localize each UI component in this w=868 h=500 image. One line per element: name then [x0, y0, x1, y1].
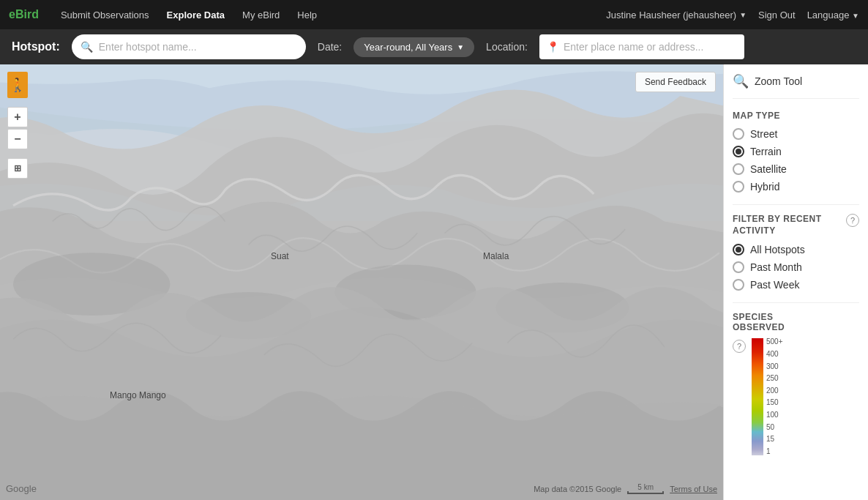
zoom-tool-icon: 🔍	[733, 73, 749, 89]
scale-bar: 5 km	[627, 483, 664, 494]
filter-all-hotspots-label: All Hotspots	[750, 244, 805, 255]
nav-help[interactable]: Help	[288, 0, 326, 29]
ebird-logo[interactable]: eBird	[9, 8, 39, 21]
color-scale: 500+ 400 300 250 200 150 100 50 15 1	[752, 338, 783, 455]
species-color-bar	[752, 338, 763, 455]
map-type-terrain-radio[interactable]	[733, 146, 744, 157]
species-section: SPECIES OBSERVED ?	[733, 312, 859, 455]
search-icon: 🔍	[81, 41, 93, 53]
terms-of-use[interactable]: Terms of Use	[670, 485, 717, 493]
date-dropdown-arrow: ▼	[457, 43, 464, 51]
species-content: ?	[733, 338, 859, 455]
send-feedback-button[interactable]: Send Feedback	[635, 72, 716, 92]
location-input-wrap: 📍	[539, 34, 744, 59]
map-type-hybrid-label: Hybrid	[750, 181, 779, 193]
search-bar: Hotspot: 🔍 Date: Year-round, All Years ▼…	[0, 29, 868, 64]
filter-title: FILTER BY RECENT ACTIVITY	[733, 214, 822, 236]
user-dropdown-arrow: ▼	[739, 11, 747, 19]
map-type-satellite-option[interactable]: Satellite	[733, 163, 859, 175]
scale-label-50: 50	[766, 424, 783, 431]
species-help-button[interactable]: ?	[733, 340, 746, 353]
nav-submit-observations[interactable]: Submit Observations	[52, 0, 158, 29]
scale-label-400: 400	[766, 351, 783, 358]
google-watermark: Google	[6, 483, 37, 494]
location-pin-icon: 📍	[547, 41, 559, 53]
map-type-street-label: Street	[750, 128, 777, 140]
sign-out-link[interactable]: Sign Out	[758, 10, 796, 20]
right-panel: 🔍 Zoom Tool MAP TYPE Street Terrain Sate…	[723, 64, 868, 500]
nav-my-ebird[interactable]: My eBird	[233, 0, 288, 29]
scale-label-1: 1	[766, 448, 783, 455]
filter-past-month-option[interactable]: Past Month	[733, 261, 859, 273]
scale-label-300: 300	[766, 363, 783, 370]
scale-label-15: 15	[766, 436, 783, 443]
filter-help-button[interactable]: ?	[846, 214, 859, 227]
scale-label-500: 500+	[766, 338, 783, 346]
overview-map-button[interactable]: ⊞	[7, 158, 28, 179]
map-area[interactable]: 🚶 + − ⊞ Send Feedback Suat Malala Mango …	[0, 64, 723, 500]
filter-section: FILTER BY RECENT ACTIVITY ? All Hotspots…	[733, 214, 859, 291]
map-footer: Map data ©2015 Google 5 km Terms of Use	[534, 483, 717, 494]
map-type-terrain-label: Terrain	[750, 146, 782, 157]
scale-label-250: 250	[766, 375, 783, 382]
scale-label-150: 150	[766, 399, 783, 406]
map-type-street-radio[interactable]	[733, 128, 744, 140]
date-select-button[interactable]: Year-round, All Years ▼	[353, 37, 474, 57]
map-type-hybrid-option[interactable]: Hybrid	[733, 181, 859, 193]
map-type-street-option[interactable]: Street	[733, 128, 859, 140]
location-input[interactable]	[564, 41, 732, 53]
zoom-tool-label[interactable]: Zoom Tool	[755, 75, 802, 87]
scale-labels: 500+ 400 300 250 200 150 100 50 15 1	[766, 338, 783, 455]
zoom-tool-section: 🔍 Zoom Tool	[733, 73, 859, 99]
main-content: 🚶 + − ⊞ Send Feedback Suat Malala Mango …	[0, 64, 868, 500]
filter-past-week-label: Past Week	[750, 279, 799, 291]
nav-explore-data[interactable]: Explore Data	[158, 0, 233, 29]
map-type-satellite-radio[interactable]	[733, 163, 744, 175]
map-controls-left: 🚶 + − ⊞	[7, 72, 28, 179]
map-type-section: MAP TYPE Street Terrain Satellite Hybrid	[733, 111, 859, 193]
map-type-terrain-option[interactable]: Terrain	[733, 146, 859, 157]
location-label: Location:	[486, 41, 528, 53]
filter-past-week-option[interactable]: Past Week	[733, 279, 859, 291]
zoom-out-button[interactable]: −	[7, 129, 28, 149]
language-arrow: ▼	[852, 12, 859, 20]
species-title: SPECIES OBSERVED	[733, 312, 859, 332]
filter-all-hotspots-radio[interactable]	[733, 244, 744, 255]
hotspot-search-input[interactable]	[99, 41, 289, 53]
map-type-satellite-label: Satellite	[750, 163, 787, 175]
user-name[interactable]: Justine Hausheer (jehausheer) ▼	[606, 10, 747, 20]
map-type-title: MAP TYPE	[733, 111, 859, 121]
user-section: Justine Hausheer (jehausheer) ▼ Sign Out…	[606, 10, 859, 20]
language-selector[interactable]: Language ▼	[807, 10, 859, 20]
svg-rect-6	[752, 338, 763, 455]
scale-label-200: 200	[766, 387, 783, 395]
hotspot-label: Hotspot:	[12, 40, 60, 53]
filter-past-month-radio[interactable]	[733, 261, 744, 273]
filter-past-month-label: Past Month	[750, 261, 802, 273]
street-view-person-icon[interactable]: 🚶	[7, 72, 28, 98]
hotspot-search-wrap: 🔍	[72, 34, 306, 59]
zoom-in-button[interactable]: +	[7, 107, 28, 127]
filter-all-hotspots-option[interactable]: All Hotspots	[733, 244, 859, 255]
scale-label-100: 100	[766, 411, 783, 419]
filter-past-week-radio[interactable]	[733, 279, 744, 291]
filter-header: FILTER BY RECENT ACTIVITY ?	[733, 214, 859, 236]
map-copyright: Map data ©2015 Google	[534, 485, 621, 493]
date-label: Date:	[318, 41, 342, 53]
top-navigation: eBird Submit Observations Explore Data M…	[0, 0, 868, 29]
map-type-hybrid-radio[interactable]	[733, 181, 744, 193]
